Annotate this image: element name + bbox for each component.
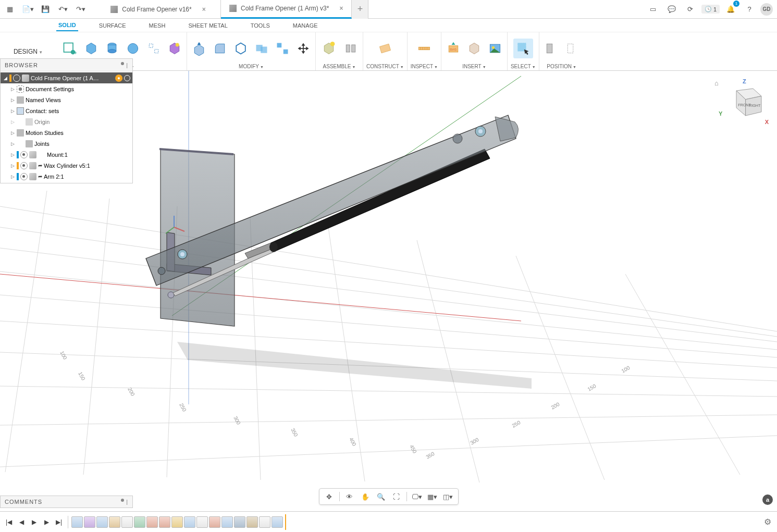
ribbon-tab-tools[interactable]: TOOLS <box>249 20 272 31</box>
timeline-playhead[interactable] <box>285 514 286 530</box>
visibility-toggle-icon[interactable] <box>20 162 28 169</box>
canvas-tool-icon[interactable] <box>486 40 504 57</box>
timeline-step[interactable] <box>159 516 170 528</box>
decal-tool-icon[interactable] <box>465 40 483 57</box>
measure-tool-icon[interactable] <box>414 39 434 58</box>
timeline-end-icon[interactable]: ▶| <box>53 516 65 528</box>
timeline-step[interactable] <box>246 516 258 528</box>
pan-icon[interactable]: ✋ <box>360 491 371 502</box>
timeline-play-icon[interactable]: ▶ <box>28 516 40 528</box>
viewport-layout-icon[interactable]: ◫▾ <box>442 491 454 502</box>
timeline-step[interactable] <box>171 516 183 528</box>
timeline-step[interactable] <box>196 516 208 528</box>
presspull-tool-icon[interactable] <box>190 40 208 57</box>
group-label-select[interactable]: SELECT <box>511 64 536 69</box>
group-label-construct[interactable]: CONSTRUCT <box>366 64 404 69</box>
timeline-step[interactable] <box>96 516 108 528</box>
ribbon-tab-surface[interactable]: SURFACE <box>97 20 128 31</box>
component-tool-icon[interactable] <box>319 39 339 58</box>
tree-item[interactable]: ▷ Joints <box>1 138 132 149</box>
notifications-icon[interactable]: 🔔1 <box>723 2 738 17</box>
coil-tool-icon[interactable] <box>145 40 163 57</box>
new-tab-button[interactable]: + <box>352 0 368 19</box>
orbit-icon[interactable]: ✥ <box>324 491 335 502</box>
timeline-step[interactable] <box>259 516 270 528</box>
unground-tool-icon[interactable] <box>563 40 581 57</box>
timeline-step[interactable] <box>146 516 158 528</box>
tree-item[interactable]: ▷ ➦ Arm 2:1 <box>1 171 132 182</box>
timeline-start-icon[interactable]: |◀ <box>3 516 15 528</box>
comments-panel-header[interactable]: COMMENTS | <box>0 496 133 508</box>
tree-item[interactable]: ▷ Contact: sets <box>1 105 132 116</box>
ribbon-tab-sheetmetal[interactable]: SHEET METAL <box>186 20 229 31</box>
viewcube-right-label[interactable]: RIGHT <box>749 103 761 108</box>
group-label-inspect[interactable]: INSPECT <box>411 64 438 69</box>
timeline-step[interactable] <box>84 516 95 528</box>
timeline-step[interactable] <box>209 516 220 528</box>
browser-title-bar[interactable]: BROWSER | <box>1 59 132 71</box>
timeline-step[interactable] <box>134 516 145 528</box>
timeline-settings-icon[interactable]: ⚙ <box>761 516 774 528</box>
timeline-step[interactable] <box>234 516 245 528</box>
tree-item[interactable]: ▷ ➦ Wax Cylinder v5:1 <box>1 160 132 171</box>
extensions-icon[interactable]: ▭ <box>645 2 661 17</box>
close-icon[interactable]: × <box>202 6 206 13</box>
timeline-step[interactable] <box>184 516 195 528</box>
save-icon[interactable]: 💾 <box>38 2 53 17</box>
move-tool-icon[interactable] <box>294 40 312 57</box>
comments-icon[interactable]: 💬 <box>664 2 680 17</box>
visibility-toggle-icon[interactable] <box>13 75 20 82</box>
zoom-icon[interactable]: 🔍 <box>375 491 387 502</box>
select-tool-icon[interactable] <box>513 39 533 58</box>
updates-icon[interactable]: ⟳ <box>683 2 698 17</box>
group-label-position[interactable]: POSITION <box>547 64 576 69</box>
joint-tool-icon[interactable] <box>342 40 360 57</box>
help-icon[interactable]: ? <box>742 2 757 17</box>
sphere-tool-icon[interactable] <box>124 40 142 57</box>
timeline-step[interactable] <box>109 516 120 528</box>
visibility-toggle-icon[interactable] <box>20 151 28 158</box>
insert-svg-icon[interactable]: SVG <box>445 40 462 57</box>
warning-badge-icon[interactable]: ● <box>115 75 122 82</box>
document-tab-0[interactable]: Cold Frame Opener v16* × <box>96 0 221 19</box>
close-icon[interactable]: × <box>339 5 343 12</box>
job-status[interactable]: 🕓 1 <box>701 5 720 14</box>
tree-item[interactable]: ▷ Document Settings <box>1 83 132 94</box>
group-label-modify[interactable]: MODIFY <box>239 64 264 69</box>
combine-tool-icon[interactable] <box>253 40 270 57</box>
ribbon-tab-solid[interactable]: SOLID <box>56 20 78 31</box>
ribbon-tab-manage[interactable]: MANAGE <box>291 20 320 31</box>
grid-settings-icon[interactable]: ▦▾ <box>427 491 438 502</box>
redo-icon[interactable]: ↷▾ <box>73 2 89 17</box>
autodesk-logo-icon[interactable]: a <box>762 494 773 505</box>
shell-tool-icon[interactable] <box>232 40 250 57</box>
tree-root[interactable]: ◢ Cold Frame Opener (1 A… ● <box>1 72 132 83</box>
file-menu-icon[interactable]: ▦ <box>2 2 18 17</box>
radio-icon[interactable] <box>124 75 130 81</box>
visibility-toggle-icon[interactable] <box>20 173 28 180</box>
viewcube[interactable]: FRONT RIGHT Z X Y ⌂ <box>724 80 766 122</box>
form-tool-icon[interactable] <box>166 40 183 57</box>
look-icon[interactable]: 👁 <box>344 491 355 502</box>
timeline-fwd-icon[interactable]: ▶ <box>41 516 52 528</box>
timeline-step[interactable] <box>121 516 133 528</box>
tree-item[interactable]: ▷ Named Views <box>1 94 132 105</box>
box-tool-icon[interactable] <box>82 40 100 57</box>
tree-item[interactable]: ▷ Motion Studies <box>1 127 132 138</box>
align-tool-icon[interactable] <box>274 40 291 57</box>
ribbon-tab-mesh[interactable]: MESH <box>147 20 168 31</box>
tree-item[interactable]: ▷ Origin <box>1 116 132 127</box>
document-tab-1[interactable]: Cold Frame Opener (1 Arm) v3* × <box>221 0 352 19</box>
group-label-assemble[interactable]: ASSEMBLE <box>323 64 356 69</box>
timeline-step[interactable] <box>71 516 83 528</box>
user-avatar[interactable]: GD <box>760 3 773 16</box>
cylinder-tool-icon[interactable] <box>103 40 121 57</box>
timeline-step[interactable] <box>272 516 283 528</box>
group-label-insert[interactable]: INSERT <box>462 64 486 69</box>
timeline-step[interactable] <box>221 516 233 528</box>
ground-tool-icon[interactable] <box>542 40 560 57</box>
timeline-back-icon[interactable]: ◀ <box>16 516 27 528</box>
home-view-icon[interactable]: ⌂ <box>714 79 719 87</box>
fillet-tool-icon[interactable] <box>211 40 229 57</box>
sketch-tool-icon[interactable]: + <box>59 39 79 58</box>
